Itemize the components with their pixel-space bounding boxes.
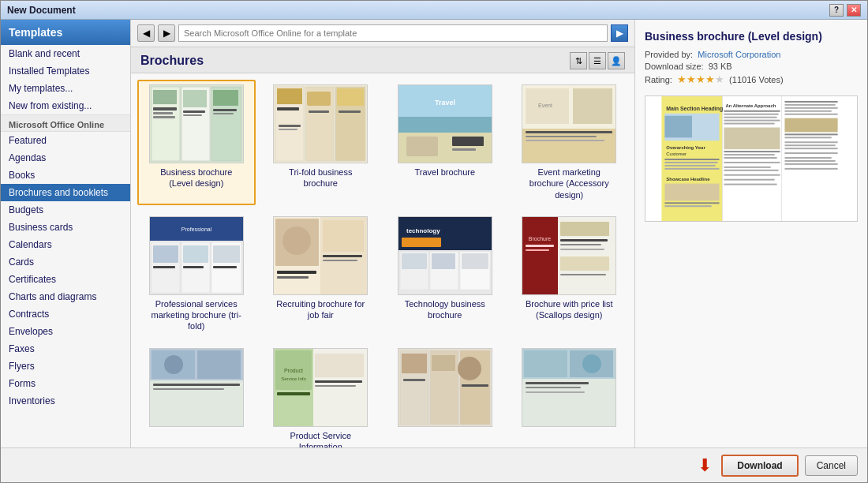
search-input[interactable] [178, 24, 608, 42]
svg-text:Service Info: Service Info [281, 376, 306, 381]
svg-rect-160 [784, 104, 835, 106]
template-item-row3b[interactable]: Product Service Info Product Service Inf… [262, 343, 380, 447]
template-item-row3c[interactable] [386, 343, 504, 447]
svg-rect-163 [784, 114, 837, 115]
preview-title: Business brochure (Level design) [645, 29, 858, 43]
help-button[interactable]: ? [829, 4, 844, 17]
svg-rect-105 [315, 385, 356, 387]
user-icon[interactable]: 👤 [608, 52, 625, 69]
svg-rect-60 [277, 271, 316, 274]
svg-rect-173 [784, 163, 837, 165]
svg-rect-147 [724, 120, 780, 122]
template-thumb-trifold [273, 84, 368, 163]
new-document-window: New Document ? ✕ Templates Blank and rec… [0, 0, 868, 483]
template-thumb-travel: Travel [398, 84, 492, 163]
svg-rect-114 [403, 379, 425, 381]
svg-rect-94 [153, 384, 240, 386]
sidebar-item-inventories[interactable]: Inventories [1, 392, 130, 410]
template-grid-container[interactable]: Business brochure (Level design) [131, 73, 634, 447]
back-button[interactable]: ◀ [137, 24, 155, 42]
svg-rect-49 [153, 245, 178, 263]
svg-rect-25 [339, 110, 361, 113]
template-item-business-brochure[interactable]: Business brochure (Level design) [137, 80, 256, 205]
svg-rect-9 [183, 110, 205, 113]
sidebar-item-agendas[interactable]: Agendas [1, 149, 130, 167]
svg-rect-148 [724, 123, 774, 125]
template-thumb-business [149, 84, 244, 163]
sidebar-item-new-from-existing[interactable]: New from existing... [1, 97, 130, 114]
sidebar-item-featured[interactable]: Featured [1, 132, 130, 149]
template-thumb-row3a [149, 348, 244, 427]
svg-rect-162 [784, 110, 831, 112]
template-item-professional[interactable]: Professional Professional services marke… [137, 212, 256, 337]
svg-rect-146 [724, 117, 776, 118]
svg-rect-121 [526, 382, 589, 384]
preview-image: Main Section Heading Overarching Your Cu… [645, 95, 858, 222]
sidebar-item-books[interactable]: Books [1, 167, 130, 184]
sidebar-scroll[interactable]: Blank and recent Installed Templates My … [1, 45, 130, 447]
template-item-row3d[interactable] [511, 343, 629, 447]
svg-rect-164 [784, 118, 837, 133]
svg-rect-23 [279, 129, 297, 130]
svg-rect-6 [153, 112, 173, 114]
sidebar-item-forms[interactable]: Forms [1, 375, 130, 392]
svg-rect-82 [560, 222, 609, 236]
sidebar-item-certificates[interactable]: Certificates [1, 271, 130, 288]
sidebar-item-my-templates[interactable]: My templates... [1, 80, 130, 97]
sidebar-item-brochures[interactable]: Brochures and booklets [1, 184, 130, 201]
svg-rect-112 [462, 384, 488, 387]
template-item-event[interactable]: Event Event marketing brochure (Accessor… [511, 80, 629, 205]
sidebar-item-charts[interactable]: Charts and diagrams [1, 288, 130, 305]
title-bar-buttons: ? ✕ [829, 4, 861, 17]
sidebar-item-cards[interactable]: Cards [1, 253, 130, 271]
template-item-row3a[interactable] [137, 343, 256, 447]
svg-rect-8 [183, 90, 207, 107]
svg-rect-113 [432, 355, 455, 371]
svg-rect-33 [452, 148, 476, 151]
sidebar-item-calendars[interactable]: Calendars [1, 236, 130, 253]
svg-rect-50 [153, 266, 175, 268]
svg-rect-10 [183, 114, 202, 116]
view-icons: ⇅ ☰ 👤 [570, 52, 625, 69]
forward-button[interactable]: ▶ [158, 24, 175, 42]
svg-rect-75 [462, 253, 488, 269]
sort-icon[interactable]: ⇅ [570, 52, 587, 69]
svg-rect-80 [526, 245, 554, 247]
svg-rect-123 [526, 391, 585, 393]
svg-text:Brochure: Brochure [529, 236, 552, 242]
template-item-price-list[interactable]: Brochure Brochure with p [511, 212, 629, 337]
template-item-technology[interactable]: technology Technology business brochure [386, 212, 504, 337]
svg-rect-36 [522, 129, 615, 163]
svg-rect-102 [277, 392, 310, 395]
template-item-recruiting[interactable]: Recruiting brochure for job fair [262, 212, 380, 337]
svg-rect-145 [724, 114, 778, 115]
close-button[interactable]: ✕ [847, 4, 861, 17]
sidebar-item-contracts[interactable]: Contracts [1, 305, 130, 323]
sidebar-item-budgets[interactable]: Budgets [1, 201, 130, 219]
svg-rect-41 [526, 136, 597, 137]
template-label-business: Business brochure (Level design) [149, 167, 244, 189]
template-item-travel[interactable]: Travel Travel brochure [386, 80, 504, 205]
template-label-professional: Professional services marketing brochure… [149, 298, 244, 332]
template-thumb-technology: technology [398, 216, 492, 295]
sidebar-item-faxes[interactable]: Faxes [1, 340, 130, 358]
template-item-trifold[interactable]: Tri-fold business brochure [262, 80, 380, 205]
sidebar-item-business-cards[interactable]: Business cards [1, 219, 130, 236]
svg-rect-137 [664, 165, 715, 167]
svg-rect-28 [398, 117, 492, 133]
sidebar-item-flyers[interactable]: Flyers [1, 358, 130, 375]
cancel-button[interactable]: Cancel [805, 455, 858, 476]
download-button[interactable]: Download [721, 455, 798, 477]
sidebar-item-envelopes[interactable]: Envelopes [1, 323, 130, 340]
search-go-button[interactable]: ▶ [611, 24, 628, 42]
template-thumb-professional: Professional [149, 216, 244, 295]
svg-rect-83 [560, 239, 608, 242]
svg-rect-118 [524, 350, 567, 377]
view-icon[interactable]: ☰ [589, 52, 606, 69]
provided-by-link[interactable]: Microsoft Corporation [698, 50, 780, 59]
svg-rect-142 [664, 205, 711, 207]
template-label-event: Event marketing brochure (Accessory desi… [522, 167, 616, 200]
sidebar-item-installed[interactable]: Installed Templates [1, 62, 130, 80]
svg-rect-174 [784, 168, 837, 170]
sidebar-item-blank[interactable]: Blank and recent [1, 45, 130, 62]
